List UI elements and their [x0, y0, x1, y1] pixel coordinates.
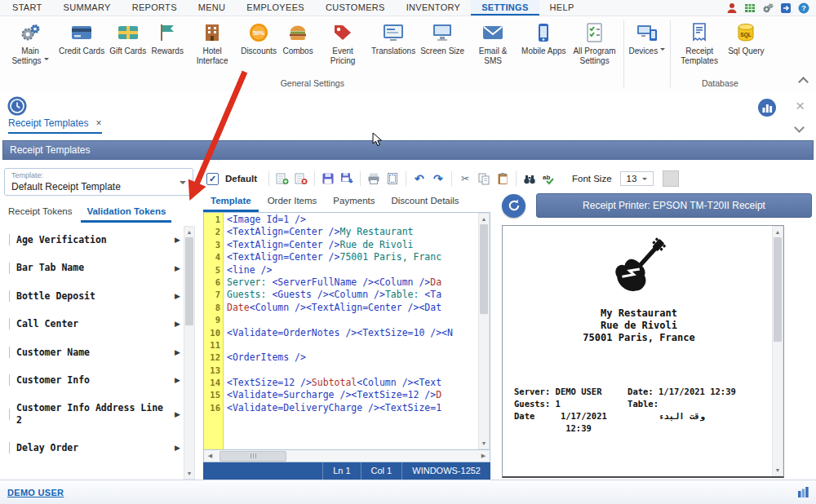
editor-tab[interactable]: Order Items — [260, 192, 325, 212]
copy-icon[interactable] — [476, 170, 492, 187]
ribbon-collapse-button[interactable] — [800, 78, 806, 85]
scroll-track[interactable] — [773, 237, 783, 465]
scroll-thumb[interactable] — [185, 237, 193, 325]
ribbon-item-event-pricing[interactable]: Event Pricing — [317, 18, 368, 66]
code-line[interactable]: <OrderItems /> — [227, 351, 478, 364]
token-list-scrollbar[interactable]: ▲ ▼ — [184, 226, 195, 480]
editor-tab[interactable]: Payments — [326, 192, 382, 212]
ribbon-item-mobile-apps[interactable]: Mobile Apps — [520, 18, 567, 57]
default-checkbox[interactable]: ✓ — [206, 173, 219, 185]
scroll-down-icon[interactable]: ▼ — [479, 438, 489, 449]
find-icon[interactable] — [521, 170, 538, 187]
menu-item[interactable]: HELP — [539, 0, 585, 15]
editor-hscrollbar[interactable]: ◀ ▶ — [203, 450, 490, 462]
user-icon[interactable] — [725, 2, 738, 14]
remove-script-icon[interactable] — [293, 170, 309, 187]
token-item[interactable]: Customer Name ▶ — [2, 338, 184, 366]
menu-item[interactable]: SUMMARY — [53, 0, 122, 15]
paste-icon[interactable] — [494, 170, 511, 187]
scroll-track[interactable] — [479, 224, 489, 438]
page-setup-icon[interactable] — [384, 170, 401, 187]
ribbon-item-sql-query[interactable]: SQLSql Query — [726, 18, 765, 57]
token-item[interactable]: Customer Info Address Line 2 ▶ — [2, 394, 184, 434]
scroll-right-icon[interactable]: ▶ — [477, 453, 490, 459]
ribbon-item-devices[interactable]: Devices — [628, 18, 667, 57]
editor-vscrollbar[interactable]: ▲ ▼ — [478, 213, 490, 449]
template-select[interactable]: Template: Default Receipt Template — [4, 168, 193, 196]
code-editor[interactable]: <Image Id=1 /><TextAlign=Center />My Res… — [224, 213, 478, 449]
editor-tab[interactable]: Discount Details — [384, 192, 467, 212]
recent-history-icon[interactable] — [7, 95, 28, 120]
scroll-down-icon[interactable]: ▼ — [773, 465, 783, 475]
token-item[interactable]: Delay Order ▶ — [2, 434, 184, 462]
code-line[interactable]: <Validate=Surcharge /><TextSize=12 />D — [227, 389, 478, 401]
ribbon-item-combos[interactable]: Combos — [280, 18, 316, 57]
tab-close-icon[interactable]: × — [96, 118, 102, 128]
code-line[interactable]: <TextSize=12 />Subtotal<Column /><Text — [227, 377, 478, 389]
refresh-button[interactable] — [502, 194, 526, 218]
undo-icon[interactable]: ↶ — [411, 170, 428, 187]
logout-icon[interactable] — [779, 2, 792, 14]
spellcheck-icon[interactable]: ab — [540, 170, 557, 187]
scroll-thumb[interactable] — [480, 224, 488, 314]
code-line[interactable]: Guests: <Guests /><Column />Table: <Ta — [227, 289, 478, 301]
scroll-down-icon[interactable]: ▼ — [184, 468, 194, 479]
code-line[interactable] — [227, 365, 478, 377]
token-tab[interactable]: Validation Tokens — [81, 203, 171, 223]
ribbon-item-credit-cards[interactable]: Credit Cards — [57, 18, 106, 57]
expand-arrow-icon[interactable]: ▶ — [175, 348, 180, 356]
menu-item[interactable]: EMPLOYEES — [236, 0, 315, 15]
print-icon[interactable] — [366, 170, 382, 187]
ribbon-item-screen-size[interactable]: Screen Size — [419, 18, 466, 57]
ribbon-item-receipt-templates[interactable]: Receipt Templates — [674, 18, 725, 66]
token-item[interactable]: Customer Info ▶ — [2, 366, 184, 394]
token-tab[interactable]: Receipt Tokens — [2, 203, 78, 223]
expand-arrow-icon[interactable]: ▶ — [175, 292, 180, 300]
scroll-track[interactable] — [184, 237, 194, 468]
expand-arrow-icon[interactable]: ▶ — [175, 444, 180, 452]
insert-script-icon[interactable] — [274, 170, 290, 187]
code-line[interactable]: <TextAlign=Center />My Restaurant — [227, 226, 478, 238]
token-item[interactable]: Bottle Deposit ▶ — [2, 282, 184, 310]
gears-icon[interactable] — [761, 2, 774, 14]
receipt-scrollbar[interactable]: ▲ ▼ — [772, 226, 783, 476]
cut-icon[interactable]: ✂ — [457, 170, 473, 187]
code-line[interactable]: <Validate=OrderNotes /><TextSize=10 /><N — [227, 327, 478, 339]
chart-icon[interactable] — [757, 98, 777, 121]
ribbon-item-email-sms[interactable]: Email & SMS — [468, 18, 518, 66]
code-line[interactable]: Server: <ServerFullName /><Column />Da — [227, 276, 478, 289]
token-item[interactable]: Bar Tab Name ▶ — [2, 254, 184, 281]
code-line[interactable]: <TextAlign=Center />75001 Paris, Franc — [227, 251, 478, 263]
scroll-left-icon[interactable]: ◀ — [204, 453, 216, 459]
menu-item[interactable]: REPORTS — [122, 0, 188, 15]
help-icon[interactable]: ? — [797, 2, 809, 14]
menu-item[interactable]: MENU — [188, 0, 237, 15]
expand-arrow-icon[interactable]: ▶ — [175, 376, 180, 384]
ribbon-item-hotel-interface[interactable]: Hotel Interface — [187, 18, 237, 66]
ribbon-item-discounts[interactable]: 50%Discounts — [239, 18, 278, 57]
code-line[interactable]: <line /> — [227, 264, 478, 276]
grid-icon[interactable] — [798, 487, 809, 497]
table-icon[interactable] — [743, 2, 756, 14]
code-line[interactable]: Date<Column /><TextAlign=Center /><Dat — [227, 302, 478, 314]
redo-icon[interactable]: ↷ — [430, 170, 446, 187]
code-line[interactable]: <TextAlign=Center />Rue de Rivoli — [227, 239, 478, 251]
expand-arrow-icon[interactable]: ▶ — [175, 320, 180, 328]
code-line[interactable]: <Image Id=1 /> — [227, 214, 478, 226]
logged-in-user-link[interactable]: DEMO USER — [7, 488, 64, 497]
scroll-thumb[interactable] — [774, 237, 782, 342]
scroll-thumb[interactable] — [220, 451, 286, 462]
font-size-select[interactable]: 13 — [620, 171, 654, 186]
close-icon[interactable]: × — [796, 98, 805, 113]
ribbon-item-translations[interactable]: Translations — [370, 18, 417, 57]
scroll-up-icon[interactable]: ▲ — [184, 227, 194, 237]
code-line[interactable]: <Validate=DeliveryCharge /><TextSize=1 — [227, 402, 478, 414]
token-item[interactable]: Call Center ▶ — [2, 310, 184, 338]
code-line[interactable] — [227, 339, 478, 351]
code-line[interactable] — [227, 314, 478, 326]
menu-item[interactable]: INVENTORY — [396, 0, 471, 15]
scroll-up-icon[interactable]: ▲ — [773, 227, 783, 237]
save-as-icon[interactable] — [339, 170, 355, 187]
menu-item[interactable]: CUSTOMERS — [315, 0, 396, 15]
receipt-printer-button[interactable]: Receipt Printer: EPSON TM-T20II Receipt — [536, 193, 812, 218]
